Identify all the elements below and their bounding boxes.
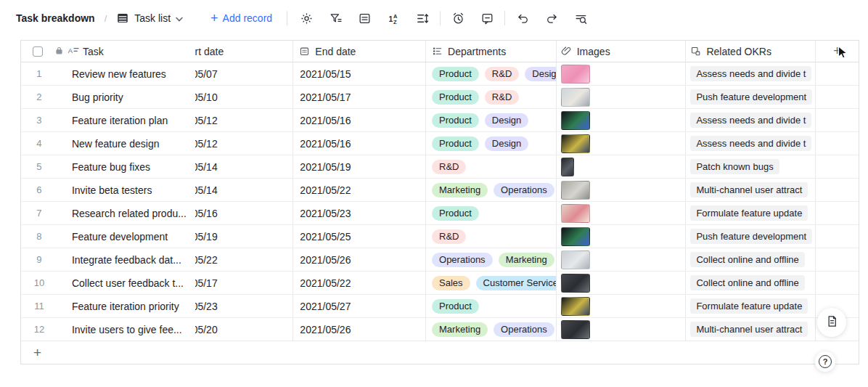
start-date-cell[interactable]: 2021/05/14 (195, 155, 293, 178)
departments-cell[interactable]: ProductR&D (425, 86, 556, 108)
end-date-cell[interactable]: 2021/05/27 (292, 295, 425, 317)
related-okr-cell[interactable]: Patch known bugs (685, 155, 815, 178)
task-cell[interactable]: Feature iteration priority (67, 295, 195, 317)
task-cell[interactable]: Feature bug fixes (67, 155, 195, 178)
related-okr-cell[interactable]: Formulate feature update (685, 202, 815, 224)
start-date-cell[interactable]: 2021/05/07 (195, 62, 293, 85)
images-cell[interactable] (556, 248, 686, 271)
row-number[interactable]: 5 (21, 155, 67, 178)
images-cell[interactable] (556, 202, 686, 224)
start-date-cell[interactable]: 2021/05/19 (195, 225, 293, 248)
end-date-cell[interactable]: 2021/05/16 (292, 132, 425, 155)
images-cell[interactable] (556, 155, 686, 178)
row-number[interactable]: 4 (21, 132, 67, 155)
task-cell[interactable]: Bug priority (67, 86, 195, 108)
end-date-cell[interactable]: 2021/05/25 (292, 225, 425, 248)
related-okr-cell[interactable]: Push feature development (685, 86, 815, 108)
okr-chip[interactable]: Formulate feature update (690, 205, 808, 221)
okr-chip[interactable]: Formulate feature update (690, 298, 808, 314)
start-date-cell[interactable]: 2021/05/12 (195, 132, 293, 155)
sort-button[interactable]: 1AZ (379, 6, 408, 30)
okr-chip[interactable]: Multi-channel user attract (690, 322, 808, 337)
start-date-cell[interactable]: 2021/05/12 (195, 109, 293, 131)
okr-chip[interactable]: Assess needs and divide t (690, 113, 811, 128)
departments-cell[interactable]: ProductR&DDesign (425, 62, 556, 85)
dark-code-screen-thumbnail[interactable] (561, 111, 590, 130)
task-cell[interactable]: Review new features (67, 62, 195, 85)
row-number[interactable]: 3 (21, 109, 67, 131)
start-date-cell[interactable]: 2021/05/22 (195, 248, 293, 271)
base-title[interactable]: Task breakdown (16, 12, 95, 24)
okr-chip[interactable]: Assess needs and divide t (690, 66, 811, 81)
images-cell[interactable] (556, 272, 686, 294)
add-row-button[interactable]: + (21, 341, 859, 364)
departments-cell[interactable]: MarketingOperations (425, 318, 556, 341)
images-cell[interactable] (556, 318, 686, 341)
images-cell[interactable] (556, 225, 686, 248)
end-date-cell[interactable]: 2021/05/16 (292, 109, 425, 131)
end-date-cell[interactable]: 2021/05/15 (292, 62, 425, 85)
task-cell[interactable]: Invite beta testers (67, 179, 195, 201)
whiteboard-desk-photo-thumbnail[interactable] (561, 181, 590, 200)
start-date-cell[interactable]: 2021/05/23 (195, 295, 293, 317)
task-cell[interactable]: Integrate feedback dat... (67, 248, 195, 271)
images-cell[interactable] (556, 86, 686, 108)
reminder-button[interactable] (443, 6, 472, 30)
dark-code-screen-thumbnail[interactable] (561, 297, 590, 316)
row-height-button[interactable] (350, 6, 379, 30)
related-okr-cell[interactable]: Assess needs and divide t (685, 62, 815, 85)
departments-cell[interactable]: R&D (425, 225, 556, 248)
related-okr-cell[interactable]: Assess needs and divide t (685, 132, 815, 155)
row-number[interactable]: 9 (21, 248, 67, 271)
dark-code-screen-thumbnail[interactable] (561, 227, 590, 246)
header-related-okrs-column[interactable]: Related OKRs (685, 41, 815, 62)
okr-chip[interactable]: Patch known bugs (690, 159, 779, 174)
related-okr-cell[interactable]: Push feature development (685, 225, 815, 248)
select-all-checkbox[interactable] (33, 46, 43, 57)
related-okr-cell[interactable]: Assess needs and divide t (685, 109, 815, 131)
add-record-button[interactable]: + Add record (210, 12, 272, 25)
related-okr-cell[interactable]: Collect online and offline (685, 248, 815, 271)
end-date-cell[interactable]: 2021/05/17 (292, 86, 425, 108)
dark-portrait-photo-thumbnail[interactable] (561, 158, 574, 176)
departments-cell[interactable]: ProductDesign (425, 132, 556, 155)
task-cell[interactable]: Research related produ... (67, 202, 195, 224)
row-number[interactable]: 7 (21, 202, 67, 224)
task-cell[interactable]: New feature design (67, 132, 195, 155)
dark-terminal-screen-thumbnail[interactable] (561, 274, 590, 293)
pink-sticky-notes-thumbnail[interactable] (561, 65, 590, 83)
end-date-cell[interactable]: 2021/05/22 (292, 179, 425, 201)
search-records-button[interactable] (566, 6, 595, 30)
start-date-cell[interactable]: 2021/05/16 (195, 202, 293, 224)
dark-terminal-screen-thumbnail[interactable] (561, 320, 590, 339)
departments-cell[interactable]: SalesCustomer Service (425, 272, 556, 294)
help-button[interactable]: ? (815, 351, 835, 372)
related-okr-cell[interactable]: Formulate feature update (685, 295, 815, 317)
okr-chip[interactable]: Push feature development (690, 89, 812, 105)
end-date-cell[interactable]: 2021/05/23 (292, 202, 425, 224)
header-end-date-column[interactable]: End date (292, 41, 425, 62)
group-button[interactable] (408, 6, 437, 30)
view-switcher-button[interactable]: Task list (116, 12, 183, 25)
images-cell[interactable] (556, 179, 686, 201)
header-start-date-column[interactable]: Start date (195, 41, 293, 62)
add-column-button[interactable]: + (815, 41, 859, 62)
related-okr-cell[interactable]: Multi-channel user attract (685, 179, 815, 201)
images-cell[interactable] (556, 295, 686, 317)
end-date-cell[interactable]: 2021/05/26 (292, 318, 425, 341)
departments-cell[interactable]: Product (425, 295, 556, 317)
row-number[interactable]: 1 (21, 62, 67, 85)
okr-chip[interactable]: Multi-channel user attract (690, 182, 808, 197)
end-date-cell[interactable]: 2021/05/22 (292, 272, 425, 294)
redo-button[interactable] (537, 6, 566, 30)
images-cell[interactable] (556, 132, 686, 155)
okr-chip[interactable]: Assess needs and divide t (690, 136, 811, 151)
row-number[interactable]: 2 (21, 86, 67, 108)
start-date-cell[interactable]: 2021/05/14 (195, 179, 293, 201)
task-cell[interactable]: Collect user feedback t... (67, 272, 195, 294)
end-date-cell[interactable]: 2021/05/26 (292, 248, 425, 271)
task-cell[interactable]: Feature development (67, 225, 195, 248)
start-date-cell[interactable]: 2021/05/17 (195, 272, 293, 294)
undo-button[interactable] (508, 6, 537, 30)
row-number[interactable]: 8 (21, 225, 67, 248)
